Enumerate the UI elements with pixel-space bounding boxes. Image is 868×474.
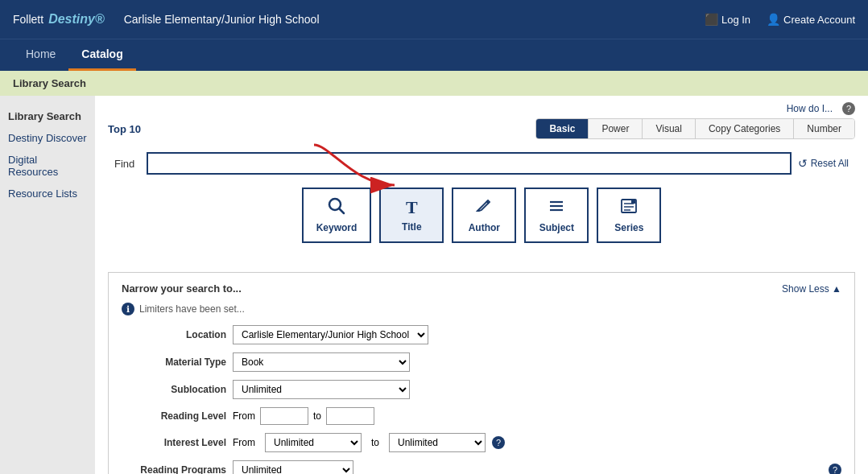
help-icon[interactable]: ? (842, 102, 855, 115)
reset-all-label: Reset All (811, 158, 849, 169)
interest-level-label: Interest Level (122, 437, 226, 448)
tab-number[interactable]: Number (794, 119, 854, 138)
reading-level-to-label: to (313, 410, 321, 422)
sublocation-select[interactable]: Unlimited (233, 380, 410, 399)
breadcrumb: Library Search (0, 71, 868, 96)
search-type-buttons: Keyword T Title Author (114, 188, 849, 243)
title-button[interactable]: T Title (379, 188, 444, 243)
reading-programs-select[interactable]: Unlimited (233, 460, 353, 474)
narrow-section: Narrow your search to... Show Less ▲ ℹ L… (108, 272, 855, 474)
location-row: Location Carlisle Elementary/Junior High… (122, 325, 841, 344)
tab-copy-categories[interactable]: Copy Categories (696, 119, 794, 138)
reading-level-from-label: From (233, 410, 255, 422)
nav-actions: ⬛ Log In 👤 Create Account (705, 13, 855, 26)
top10-label: Top 10 (108, 123, 141, 135)
interest-level-to-label: to (371, 437, 379, 448)
reset-all-button[interactable]: ↺ Reset All (798, 157, 849, 170)
brand-logo: Follett Destiny® (13, 12, 105, 27)
tabs-row: Top 10 Basic Power Visual Copy Categorie… (95, 118, 868, 146)
series-label: Series (614, 222, 643, 233)
sublocation-row: Sublocation Unlimited (122, 380, 841, 399)
interest-level-to-select[interactable]: Unlimited (389, 433, 486, 452)
location-label: Location (122, 329, 226, 340)
brand-destiny-text: Destiny® (48, 12, 105, 27)
how-do-i-link[interactable]: How do I... (787, 103, 833, 114)
sidebar-item-library-search[interactable]: Library Search (0, 105, 95, 127)
reading-level-row: Reading Level From to (122, 407, 841, 425)
collapse-icon: ▲ (832, 283, 841, 295)
top-nav: Follett Destiny® Carlisle Elementary/Jun… (0, 0, 868, 39)
interest-level-from-label: From (233, 437, 255, 448)
create-account-label: Create Account (783, 14, 855, 26)
person-icon: 👤 (767, 13, 780, 26)
secondary-nav: Home Catalog (0, 39, 868, 71)
content-area: How do I... ? Top 10 Basic Power Visual … (95, 96, 868, 474)
author-label: Author (469, 222, 500, 233)
narrow-header: Narrow your search to... Show Less ▲ (122, 282, 841, 295)
show-less-button[interactable]: Show Less ▲ (782, 283, 841, 295)
author-button[interactable]: Author (452, 188, 516, 243)
info-icon: ℹ (122, 303, 134, 315)
reading-level-from-input[interactable] (260, 407, 308, 425)
subject-label: Subject (539, 222, 574, 233)
search-input[interactable] (147, 152, 792, 175)
material-type-row: Material Type Book (122, 352, 841, 372)
limiter-notice: ℹ Limiters have been set... (122, 303, 841, 315)
subject-icon (548, 197, 565, 219)
create-account-link[interactable]: 👤 Create Account (767, 13, 855, 26)
sidebar: Library Search Destiny Discover Digital … (0, 96, 95, 474)
title-label: Title (402, 221, 421, 233)
find-label: Find (114, 158, 140, 170)
series-button[interactable]: Series (597, 188, 661, 243)
svg-rect-10 (631, 200, 635, 204)
search-tabs: Basic Power Visual Copy Categories Numbe… (535, 118, 855, 139)
find-row: Find ↺ Reset All (114, 152, 849, 175)
sidebar-item-resource-lists[interactable]: Resource Lists (0, 183, 95, 204)
reading-programs-label: Reading Programs (122, 464, 226, 474)
main-layout: Library Search Destiny Discover Digital … (0, 96, 868, 474)
content-top-bar: How do I... ? (95, 96, 868, 118)
interest-level-help-icon[interactable]: ? (492, 436, 505, 449)
material-type-select[interactable]: Book (233, 352, 410, 372)
subject-button[interactable]: Subject (524, 188, 589, 243)
author-icon (475, 197, 493, 219)
nav-catalog[interactable]: Catalog (68, 39, 135, 71)
interest-level-from-select[interactable]: Unlimited (265, 433, 362, 452)
keyword-icon (328, 197, 345, 219)
interest-level-row: Interest Level From Unlimited to Unlimit… (122, 433, 841, 452)
sublocation-label: Sublocation (122, 384, 226, 395)
material-type-label: Material Type (122, 357, 226, 368)
tab-basic[interactable]: Basic (536, 119, 589, 138)
login-icon: ⬛ (705, 13, 718, 26)
svg-line-1 (340, 209, 345, 214)
keyword-label: Keyword (316, 222, 358, 233)
reading-programs-help-icon[interactable]: ? (829, 464, 841, 474)
tab-visual[interactable]: Visual (643, 119, 695, 138)
reading-level-label: Reading Level (122, 410, 226, 422)
reset-icon: ↺ (798, 157, 808, 170)
tab-power[interactable]: Power (589, 119, 643, 138)
show-less-label: Show Less (782, 283, 829, 295)
sidebar-item-digital-resources[interactable]: Digital Resources (0, 149, 95, 183)
login-label: Log In (721, 14, 750, 26)
keyword-button[interactable]: Keyword (302, 188, 372, 243)
title-icon: T (406, 197, 418, 218)
reading-level-inputs: From to (233, 407, 374, 425)
brand-follett-text: Follett (13, 13, 43, 26)
search-area: Find ↺ Reset All (95, 146, 868, 272)
school-name: Carlisle Elementary/Junior High School (124, 13, 705, 26)
reading-programs-row: Reading Programs Unlimited ? (122, 460, 841, 474)
limiter-text: Limiters have been set... (139, 303, 245, 315)
location-select[interactable]: Carlisle Elementary/Junior High School (233, 325, 428, 344)
sidebar-item-destiny-discover[interactable]: Destiny Discover (0, 127, 95, 149)
reading-level-to-input[interactable] (326, 407, 374, 425)
narrow-title: Narrow your search to... (122, 282, 242, 295)
series-icon (620, 197, 638, 219)
nav-home[interactable]: Home (13, 39, 68, 71)
login-link[interactable]: ⬛ Log In (705, 13, 750, 26)
